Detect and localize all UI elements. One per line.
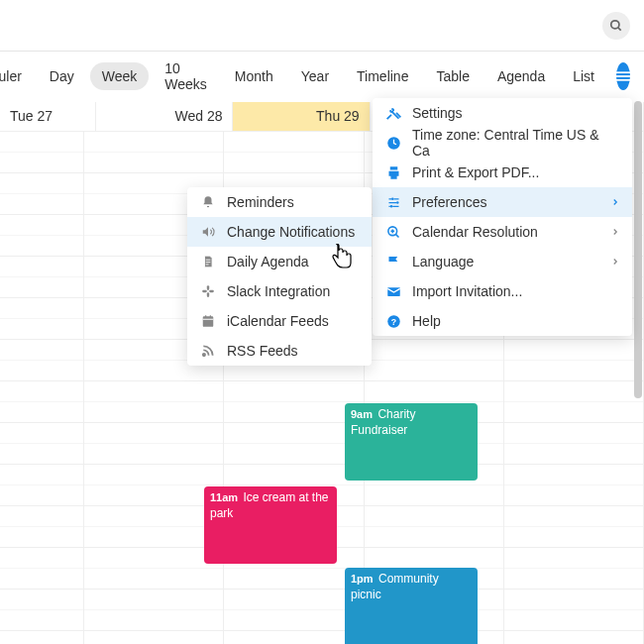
menu-item-label: Calendar Resolution [412,224,538,240]
chevron-right-icon [610,224,620,240]
svg-rect-18 [202,290,207,292]
submenu-daily-agenda[interactable]: Daily Agenda [187,247,372,276]
svg-point-7 [396,201,399,204]
scrollbar-thumb[interactable] [634,101,642,398]
event-community-picnic[interactable]: 1pm Community picnic [345,568,478,644]
submenu-rss[interactable]: RSS Feeds [187,336,372,366]
svg-rect-2 [616,71,630,73]
mail-icon [384,282,402,300]
menu-preferences[interactable]: Preferences [373,187,632,217]
flag-icon [384,253,402,270]
svg-rect-20 [203,316,214,327]
menu-language[interactable]: Language [373,247,632,276]
view-timeline[interactable]: Timeline [345,62,420,90]
hamburger-icon [616,69,630,83]
svg-text:?: ? [390,316,395,326]
view-list[interactable]: List [561,62,606,90]
day-header-thu: Thu 29 [233,102,370,131]
event-time: 11am [210,491,238,503]
printer-icon [384,163,402,181]
menu-item-label: Preferences [412,194,486,210]
tools-icon [384,104,402,122]
submenu-reminders[interactable]: Reminders [187,187,372,217]
svg-rect-3 [616,75,630,77]
submenu-icalendar[interactable]: iCalendar Feeds [187,306,372,336]
search-button[interactable] [602,12,630,40]
main-menu: Settings Time zone: Central Time US & Ca… [373,98,632,336]
view-day[interactable]: Day [38,62,86,90]
slack-icon [199,282,217,300]
menu-timezone[interactable]: Time zone: Central Time US & Ca [373,128,632,158]
document-icon [199,253,217,270]
view-table[interactable]: Table [424,62,481,90]
bell-icon [199,193,217,211]
svg-rect-17 [207,292,209,297]
menu-item-label: Change Notifications [227,224,355,240]
svg-rect-4 [616,79,630,81]
menu-print[interactable]: Print & Export PDF... [373,158,632,187]
svg-line-1 [618,27,621,30]
menu-item-label: Settings [412,105,463,121]
menu-item-label: Time zone: Central Time US & Ca [412,127,620,159]
day-header-tue: Tue 27 [0,102,96,131]
svg-point-6 [391,197,394,200]
view-scheduler[interactable]: Scheduler [0,62,34,90]
svg-rect-16 [207,285,209,290]
event-time: 1pm [351,573,374,585]
submenu-slack[interactable]: Slack Integration [187,276,372,306]
view-agenda[interactable]: Agenda [485,62,557,90]
event-ice-cream[interactable]: 11am Ice cream at the park [204,486,337,564]
menu-resolution[interactable]: Calendar Resolution [373,217,632,247]
svg-point-24 [203,354,205,356]
rss-icon [199,342,217,360]
menu-item-label: iCalendar Feeds [227,313,329,329]
view-ten-weeks[interactable]: 10 Weeks [153,54,219,98]
chevron-right-icon [610,194,620,210]
menu-help[interactable]: ? Help [373,306,632,336]
topbar [0,0,644,52]
menu-item-label: Help [412,313,441,329]
view-week[interactable]: Week [90,62,150,90]
preferences-submenu: Reminders Change Notifications Daily Age… [187,187,372,366]
svg-point-0 [611,20,619,28]
sliders-icon [384,193,402,211]
menu-item-label: Reminders [227,194,294,210]
view-month[interactable]: Month [223,62,285,90]
zoom-icon [384,223,402,241]
help-icon: ? [384,312,402,330]
menu-button[interactable] [616,62,630,90]
day-header-wed: Wed 28 [96,102,233,131]
clock-icon [384,134,402,152]
view-bar: Scheduler Day Week 10 Weeks Month Year T… [0,52,644,101]
menu-settings[interactable]: Settings [373,98,632,128]
menu-item-label: Slack Integration [227,283,330,299]
menu-import[interactable]: Import Invitation... [373,276,632,306]
view-year[interactable]: Year [289,62,341,90]
svg-point-8 [389,205,392,208]
event-time: 9am [351,408,373,420]
menu-item-label: Print & Export PDF... [412,164,539,180]
search-icon [609,19,623,33]
menu-item-label: Daily Agenda [227,254,309,269]
chevron-right-icon [610,254,620,269]
menu-item-label: Language [412,254,474,269]
svg-rect-19 [209,290,214,292]
event-charity-fundraiser[interactable]: 9am Charity Fundraiser [345,403,478,481]
menu-item-label: RSS Feeds [227,343,298,359]
submenu-change-notifications[interactable]: Change Notifications [187,217,372,247]
svg-line-10 [395,234,398,237]
menu-item-label: Import Invitation... [412,283,522,299]
sound-icon [199,223,217,241]
calendar-icon [199,312,217,330]
